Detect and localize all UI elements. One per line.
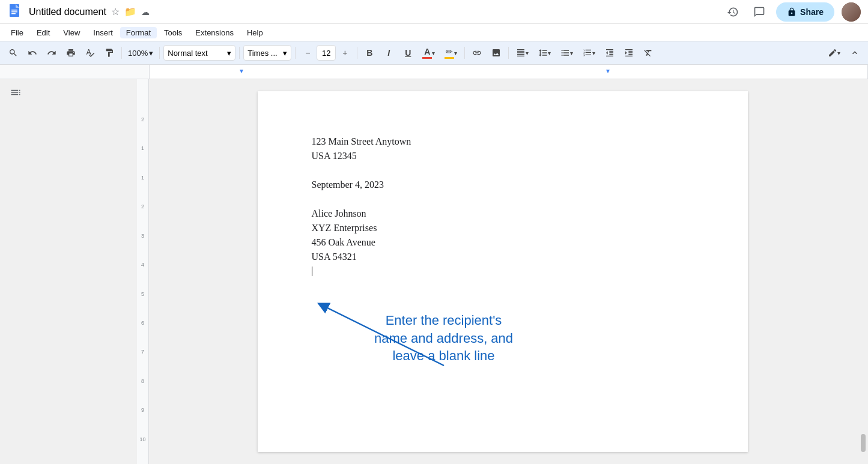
text-color-bar (422, 57, 432, 59)
redo-button[interactable] (43, 44, 60, 61)
font-label: Times ... (247, 49, 277, 58)
highlight-bar (445, 57, 454, 59)
highlight-chevron[interactable]: ▾ (454, 50, 457, 56)
zoom-selector[interactable]: 100% ▾ (126, 47, 156, 59)
bold-label: B (366, 48, 372, 58)
main-area: 2 1 1 2 3 4 5 6 7 8 9 10 123 Main Street… (0, 79, 868, 464)
highlight-button[interactable]: ✏ ▾ (441, 44, 461, 61)
divider-7 (508, 47, 509, 59)
divider-6 (464, 47, 465, 59)
blank-line-1 (312, 163, 694, 178)
scrollbar-thumb[interactable] (861, 434, 866, 452)
decrease-indent-button[interactable] (601, 44, 618, 61)
numbered-list-button[interactable]: ▾ (579, 44, 599, 61)
share-button[interactable]: Share (776, 2, 834, 22)
svg-marker-6 (240, 70, 243, 73)
list-button[interactable]: ▾ (557, 44, 577, 61)
font-size-input[interactable] (317, 45, 336, 61)
svg-rect-4 (11, 13, 16, 14)
avatar[interactable] (842, 2, 861, 22)
comment-button[interactable] (750, 4, 769, 20)
highlight-indicator: ✏ (445, 47, 454, 59)
blank-line-2 (312, 192, 694, 206)
font-size-area: − + (299, 44, 353, 61)
svg-marker-7 (606, 70, 610, 73)
italic-label: I (387, 48, 390, 58)
doc-area[interactable]: 123 Main Street Anytown USA 12345 Septem… (149, 79, 856, 464)
decrease-font-button[interactable]: − (299, 44, 316, 61)
style-label: Normal text (168, 49, 207, 58)
menu-format[interactable]: Format (120, 27, 157, 38)
line-1: 123 Main Street Anytown (312, 134, 694, 149)
clear-formatting-button[interactable] (640, 44, 657, 61)
divider-1 (121, 47, 122, 59)
outline-icon[interactable] (10, 86, 22, 101)
collapse-button[interactable] (846, 44, 863, 61)
cursor-line[interactable] (312, 264, 694, 279)
left-gutter: 2 1 1 2 3 4 5 6 7 8 9 10 (0, 79, 149, 464)
insert-image-button[interactable] (488, 44, 505, 61)
title-bar: Untitled document ☆ 📁 ☁ Share (0, 0, 868, 24)
star-icon[interactable]: ☆ (111, 6, 120, 17)
annotation-line-1: Enter the recipient's (386, 313, 502, 328)
divider-4 (295, 47, 296, 59)
menu-bar: File Edit View Insert Format Tools Exten… (0, 24, 868, 41)
text-color-indicator: A (422, 47, 432, 59)
toolbar: 100% ▾ Normal text ▾ Times ... ▾ − + B I… (0, 41, 868, 65)
decrease-icon: − (305, 48, 310, 58)
menu-edit[interactable]: Edit (31, 27, 56, 38)
underline-label: U (405, 48, 411, 58)
vertical-ruler: 2 1 1 2 3 4 5 6 7 8 9 10 (137, 79, 149, 464)
font-selector[interactable]: Times ... ▾ (243, 45, 291, 61)
increase-font-button[interactable]: + (336, 44, 353, 61)
menu-extensions[interactable]: Extensions (189, 27, 240, 38)
underline-button[interactable]: U (399, 44, 416, 61)
zoom-label: 100% (128, 49, 148, 58)
edit-pen-button[interactable]: ▾ (824, 44, 844, 61)
paintformat-button[interactable] (101, 44, 118, 61)
annotation-line-3: leave a blank line (392, 348, 494, 363)
text-cursor (312, 267, 312, 276)
svg-rect-3 (11, 11, 17, 13)
zoom-chevron: ▾ (149, 49, 153, 58)
line-9: USA 54321 (312, 250, 694, 264)
page[interactable]: 123 Main Street Anytown USA 12345 Septem… (258, 91, 748, 452)
menu-tools[interactable]: Tools (158, 27, 188, 38)
search-button[interactable] (5, 44, 22, 61)
increase-icon: + (342, 48, 347, 58)
svg-line-9 (323, 306, 444, 366)
menu-file[interactable]: File (5, 27, 29, 38)
cloud-icon[interactable]: ☁ (141, 7, 150, 17)
doc-title[interactable]: Untitled document (29, 7, 106, 17)
undo-button[interactable] (24, 44, 41, 61)
print-button[interactable] (62, 44, 79, 61)
paragraph-style-selector[interactable]: Normal text ▾ (163, 45, 235, 61)
style-chevron: ▾ (227, 49, 231, 58)
italic-button[interactable]: I (380, 44, 397, 61)
ruler (0, 65, 868, 79)
menu-insert[interactable]: Insert (87, 27, 119, 38)
history-button[interactable] (723, 4, 742, 20)
menu-help[interactable]: Help (241, 27, 269, 38)
svg-rect-2 (11, 10, 17, 11)
text-color-chevron[interactable]: ▾ (432, 50, 435, 56)
title-bar-left: Untitled document ☆ 📁 ☁ (7, 4, 723, 20)
bold-button[interactable]: B (361, 44, 378, 61)
folder-icon[interactable]: 📁 (124, 6, 136, 17)
share-label: Share (800, 7, 824, 17)
ruler-track (149, 65, 868, 79)
increase-indent-button[interactable] (621, 44, 637, 61)
line-8: 456 Oak Avenue (312, 235, 694, 250)
link-button[interactable] (469, 44, 485, 61)
menu-view[interactable]: View (57, 27, 86, 38)
spellcheck-button[interactable] (82, 44, 99, 61)
divider-5 (357, 47, 357, 59)
line-6: Alice Johnson (312, 206, 694, 221)
annotation-line-2: name and address, and (374, 331, 513, 346)
line-spacing-button[interactable]: ▾ (535, 44, 554, 61)
document-content[interactable]: 123 Main Street Anytown USA 12345 Septem… (312, 134, 694, 279)
line-7: XYZ Enterprises (312, 221, 694, 235)
align-button[interactable]: ▾ (512, 44, 532, 61)
line-4: September 4, 2023 (312, 178, 694, 192)
text-color-button[interactable]: A ▾ (419, 44, 439, 61)
